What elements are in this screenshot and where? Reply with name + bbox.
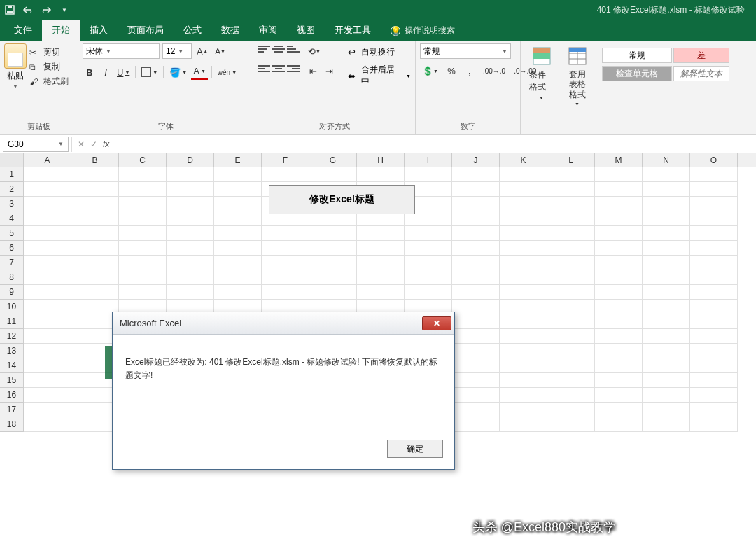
row-header[interactable]: 12 [0, 329, 24, 344]
cell[interactable] [547, 358, 595, 373]
cell[interactable] [690, 403, 738, 417]
tell-me[interactable]: 💡 操作说明搜索 [381, 20, 465, 41]
cell[interactable] [643, 373, 690, 388]
cell[interactable] [643, 314, 690, 329]
cancel-icon[interactable]: ✕ [78, 139, 85, 149]
number-format-dropdown[interactable]: 常规▼ [420, 43, 511, 59]
enter-icon[interactable]: ✓ [90, 139, 97, 149]
cell[interactable] [500, 226, 547, 241]
cell[interactable] [24, 314, 71, 329]
cell[interactable] [547, 344, 595, 358]
cell[interactable] [643, 329, 690, 344]
style-explain[interactable]: 解释性文本 [673, 66, 729, 81]
cell[interactable] [452, 167, 500, 182]
cell[interactable] [595, 226, 643, 241]
cell[interactable] [595, 285, 643, 300]
cell[interactable] [595, 300, 643, 314]
cell[interactable] [405, 270, 452, 285]
cell[interactable] [500, 182, 547, 197]
cell[interactable] [262, 285, 309, 300]
row-header[interactable]: 17 [0, 403, 24, 417]
cell[interactable] [500, 197, 547, 211]
cell[interactable] [24, 358, 71, 373]
cell[interactable] [71, 226, 119, 241]
cell[interactable] [500, 344, 547, 358]
dialog-close-button[interactable]: ✕ [422, 316, 451, 330]
col-header-O[interactable]: O [690, 153, 738, 167]
font-size-dropdown[interactable]: 12▼ [162, 43, 192, 59]
cell[interactable] [690, 300, 738, 314]
cell[interactable] [452, 182, 500, 197]
cell[interactable] [167, 270, 214, 285]
cell[interactable] [690, 314, 738, 329]
col-header-K[interactable]: K [500, 153, 547, 167]
cell[interactable] [595, 344, 643, 358]
tab-view[interactable]: 视图 [287, 20, 325, 41]
cell[interactable] [547, 285, 595, 300]
row-header[interactable]: 2 [0, 182, 24, 197]
align-bottom-button[interactable] [287, 43, 300, 55]
row-header[interactable]: 6 [0, 241, 24, 256]
save-icon[interactable] [4, 4, 15, 15]
col-header-M[interactable]: M [595, 153, 643, 167]
row-header[interactable]: 10 [0, 300, 24, 314]
cell[interactable] [262, 167, 309, 182]
col-header-B[interactable]: B [71, 153, 119, 167]
cell[interactable] [500, 270, 547, 285]
cell[interactable] [643, 344, 690, 358]
dialog-titlebar[interactable]: Microsoft Excel ✕ [113, 312, 454, 335]
cell[interactable] [643, 167, 690, 182]
cell[interactable] [452, 285, 500, 300]
col-header-A[interactable]: A [24, 153, 71, 167]
format-painter-button[interactable]: 🖌格式刷 [29, 76, 69, 88]
cell[interactable] [595, 388, 643, 403]
cell[interactable] [547, 197, 595, 211]
align-right-button[interactable] [287, 63, 300, 74]
cell[interactable] [167, 241, 214, 256]
cell[interactable] [214, 167, 262, 182]
cell[interactable] [24, 182, 71, 197]
cell[interactable] [595, 358, 643, 373]
cell[interactable] [547, 167, 595, 182]
cell[interactable] [24, 241, 71, 256]
cell[interactable] [690, 373, 738, 388]
cell[interactable] [24, 329, 71, 344]
fill-color-button[interactable]: 🪣▼ [167, 64, 189, 80]
cell[interactable] [71, 270, 119, 285]
increase-font-button[interactable]: A▲ [195, 43, 211, 59]
percent-button[interactable]: % [444, 63, 458, 78]
cell[interactable] [452, 197, 500, 211]
row-header[interactable]: 15 [0, 373, 24, 388]
cell[interactable] [643, 241, 690, 256]
col-header-N[interactable]: N [643, 153, 690, 167]
cell[interactable] [71, 241, 119, 256]
cell[interactable] [452, 256, 500, 270]
cell[interactable] [690, 256, 738, 270]
cell[interactable] [547, 329, 595, 344]
cell[interactable] [452, 388, 500, 403]
conditional-format-button[interactable]: 条件格式 ▼ [525, 43, 558, 102]
name-box[interactable]: G30▼ [3, 137, 69, 152]
increase-decimal-button[interactable]: .00→.0 [481, 63, 507, 78]
cell[interactable] [643, 226, 690, 241]
cell[interactable] [71, 211, 119, 226]
cell[interactable] [452, 344, 500, 358]
cell[interactable] [643, 270, 690, 285]
cell[interactable] [500, 300, 547, 314]
cell[interactable] [262, 241, 309, 256]
cell[interactable] [357, 241, 405, 256]
cell[interactable] [24, 197, 71, 211]
cell[interactable] [71, 197, 119, 211]
cell[interactable] [309, 241, 357, 256]
col-header-D[interactable]: D [167, 153, 214, 167]
cell[interactable] [24, 270, 71, 285]
style-check[interactable]: 检查单元格 [602, 66, 672, 81]
tab-file[interactable]: 文件 [4, 20, 42, 41]
cell[interactable] [547, 270, 595, 285]
cell[interactable] [167, 285, 214, 300]
cell[interactable] [643, 211, 690, 226]
cell[interactable] [309, 270, 357, 285]
cell[interactable] [547, 182, 595, 197]
cell[interactable] [690, 329, 738, 344]
cell[interactable] [595, 167, 643, 182]
